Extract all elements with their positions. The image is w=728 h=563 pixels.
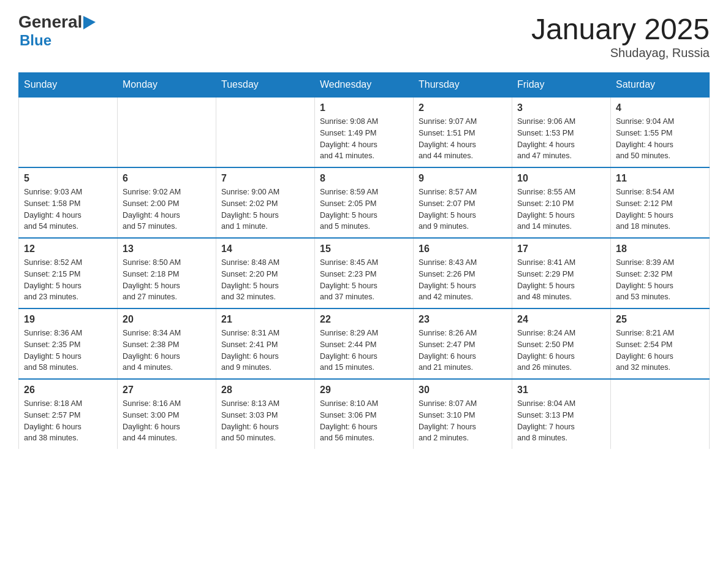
- day-number: 12: [24, 243, 112, 255]
- day-number: 17: [517, 243, 605, 255]
- day-number: 22: [320, 314, 408, 325]
- day-info: Sunrise: 8:50 AM Sunset: 2:18 PM Dayligh…: [123, 257, 211, 303]
- table-row: 28Sunrise: 8:13 AM Sunset: 3:03 PM Dayli…: [216, 379, 315, 449]
- day-number: 27: [123, 385, 211, 396]
- header-friday: Friday: [512, 73, 611, 98]
- header-sunday: Sunday: [19, 73, 118, 98]
- day-info: Sunrise: 9:06 AM Sunset: 1:53 PM Dayligh…: [517, 116, 605, 162]
- day-number: 13: [123, 243, 211, 255]
- table-row: 23Sunrise: 8:26 AM Sunset: 2:47 PM Dayli…: [414, 308, 512, 379]
- day-info: Sunrise: 8:21 AM Sunset: 2:54 PM Dayligh…: [616, 327, 704, 373]
- table-row: 10Sunrise: 8:55 AM Sunset: 2:10 PM Dayli…: [512, 167, 611, 238]
- calendar-week-row: 19Sunrise: 8:36 AM Sunset: 2:35 PM Dayli…: [19, 308, 710, 379]
- day-number: 28: [221, 385, 309, 396]
- table-row: 20Sunrise: 8:34 AM Sunset: 2:38 PM Dayli…: [118, 308, 216, 379]
- day-number: 15: [320, 243, 408, 255]
- table-row: 12Sunrise: 8:52 AM Sunset: 2:15 PM Dayli…: [19, 238, 118, 308]
- day-info: Sunrise: 8:55 AM Sunset: 2:10 PM Dayligh…: [517, 186, 605, 232]
- table-row: 29Sunrise: 8:10 AM Sunset: 3:06 PM Dayli…: [315, 379, 414, 449]
- day-info: Sunrise: 8:16 AM Sunset: 3:00 PM Dayligh…: [123, 398, 211, 444]
- day-info: Sunrise: 8:54 AM Sunset: 2:12 PM Dayligh…: [616, 186, 704, 232]
- day-info: Sunrise: 8:43 AM Sunset: 2:26 PM Dayligh…: [419, 257, 507, 303]
- day-info: Sunrise: 8:59 AM Sunset: 2:05 PM Dayligh…: [320, 186, 408, 232]
- day-number: 21: [221, 314, 309, 325]
- table-row: 22Sunrise: 8:29 AM Sunset: 2:44 PM Dayli…: [315, 308, 414, 379]
- day-number: 14: [221, 243, 309, 255]
- table-row: [611, 379, 710, 449]
- table-row: 16Sunrise: 8:43 AM Sunset: 2:26 PM Dayli…: [414, 238, 512, 308]
- table-row: 8Sunrise: 8:59 AM Sunset: 2:05 PM Daylig…: [315, 167, 414, 238]
- day-info: Sunrise: 9:08 AM Sunset: 1:49 PM Dayligh…: [320, 116, 408, 162]
- day-info: Sunrise: 8:48 AM Sunset: 2:20 PM Dayligh…: [221, 257, 309, 303]
- day-number: 5: [24, 173, 112, 184]
- table-row: 3Sunrise: 9:06 AM Sunset: 1:53 PM Daylig…: [512, 97, 611, 167]
- table-row: 6Sunrise: 9:02 AM Sunset: 2:00 PM Daylig…: [118, 167, 216, 238]
- table-row: [216, 97, 315, 167]
- table-row: 5Sunrise: 9:03 AM Sunset: 1:58 PM Daylig…: [19, 167, 118, 238]
- day-number: 2: [419, 102, 507, 113]
- calendar-week-row: 1Sunrise: 9:08 AM Sunset: 1:49 PM Daylig…: [19, 97, 710, 167]
- table-row: 15Sunrise: 8:45 AM Sunset: 2:23 PM Dayli…: [315, 238, 414, 308]
- table-row: 14Sunrise: 8:48 AM Sunset: 2:20 PM Dayli…: [216, 238, 315, 308]
- logo: General Blue: [18, 12, 96, 49]
- day-number: 24: [517, 314, 605, 325]
- table-row: 11Sunrise: 8:54 AM Sunset: 2:12 PM Dayli…: [611, 167, 710, 238]
- day-number: 3: [517, 102, 605, 113]
- table-row: [19, 97, 118, 167]
- header-wednesday: Wednesday: [315, 73, 414, 98]
- calendar-week-row: 5Sunrise: 9:03 AM Sunset: 1:58 PM Daylig…: [19, 167, 710, 238]
- table-row: 30Sunrise: 8:07 AM Sunset: 3:10 PM Dayli…: [414, 379, 512, 449]
- day-number: 16: [419, 243, 507, 255]
- day-number: 8: [320, 173, 408, 184]
- table-row: 1Sunrise: 9:08 AM Sunset: 1:49 PM Daylig…: [315, 97, 414, 167]
- day-number: 9: [419, 173, 507, 184]
- day-info: Sunrise: 9:03 AM Sunset: 1:58 PM Dayligh…: [24, 186, 112, 232]
- day-info: Sunrise: 9:02 AM Sunset: 2:00 PM Dayligh…: [123, 186, 211, 232]
- day-info: Sunrise: 8:26 AM Sunset: 2:47 PM Dayligh…: [419, 327, 507, 373]
- table-row: 25Sunrise: 8:21 AM Sunset: 2:54 PM Dayli…: [611, 308, 710, 379]
- calendar-week-row: 12Sunrise: 8:52 AM Sunset: 2:15 PM Dayli…: [19, 238, 710, 308]
- day-info: Sunrise: 9:07 AM Sunset: 1:51 PM Dayligh…: [419, 116, 507, 162]
- table-row: 13Sunrise: 8:50 AM Sunset: 2:18 PM Dayli…: [118, 238, 216, 308]
- day-number: 31: [517, 385, 605, 396]
- table-row: 17Sunrise: 8:41 AM Sunset: 2:29 PM Dayli…: [512, 238, 611, 308]
- logo-blue: Blue: [20, 32, 51, 48]
- day-info: Sunrise: 8:36 AM Sunset: 2:35 PM Dayligh…: [24, 327, 112, 373]
- day-number: 7: [221, 173, 309, 184]
- day-number: 4: [616, 102, 704, 113]
- table-row: 21Sunrise: 8:31 AM Sunset: 2:41 PM Dayli…: [216, 308, 315, 379]
- table-row: 31Sunrise: 8:04 AM Sunset: 3:13 PM Dayli…: [512, 379, 611, 449]
- svg-marker-0: [83, 16, 96, 29]
- day-info: Sunrise: 8:04 AM Sunset: 3:13 PM Dayligh…: [517, 398, 605, 444]
- day-info: Sunrise: 8:45 AM Sunset: 2:23 PM Dayligh…: [320, 257, 408, 303]
- day-info: Sunrise: 8:29 AM Sunset: 2:44 PM Dayligh…: [320, 327, 408, 373]
- day-info: Sunrise: 8:18 AM Sunset: 2:57 PM Dayligh…: [24, 398, 112, 444]
- day-number: 19: [24, 314, 112, 325]
- day-info: Sunrise: 9:04 AM Sunset: 1:55 PM Dayligh…: [616, 116, 704, 162]
- day-number: 1: [320, 102, 408, 113]
- day-number: 23: [419, 314, 507, 325]
- month-year-title: January 2025: [531, 12, 710, 46]
- day-info: Sunrise: 8:41 AM Sunset: 2:29 PM Dayligh…: [517, 257, 605, 303]
- table-row: 2Sunrise: 9:07 AM Sunset: 1:51 PM Daylig…: [414, 97, 512, 167]
- header-tuesday: Tuesday: [216, 73, 315, 98]
- table-row: 26Sunrise: 8:18 AM Sunset: 2:57 PM Dayli…: [19, 379, 118, 449]
- day-info: Sunrise: 8:39 AM Sunset: 2:32 PM Dayligh…: [616, 257, 704, 303]
- calendar-week-row: 26Sunrise: 8:18 AM Sunset: 2:57 PM Dayli…: [19, 379, 710, 449]
- day-info: Sunrise: 8:24 AM Sunset: 2:50 PM Dayligh…: [517, 327, 605, 373]
- table-row: 19Sunrise: 8:36 AM Sunset: 2:35 PM Dayli…: [19, 308, 118, 379]
- table-row: 7Sunrise: 9:00 AM Sunset: 2:02 PM Daylig…: [216, 167, 315, 238]
- day-number: 6: [123, 173, 211, 184]
- table-row: 18Sunrise: 8:39 AM Sunset: 2:32 PM Dayli…: [611, 238, 710, 308]
- location-subtitle: Shudayag, Russia: [531, 46, 710, 60]
- header-saturday: Saturday: [611, 73, 710, 98]
- day-info: Sunrise: 9:00 AM Sunset: 2:02 PM Dayligh…: [221, 186, 309, 232]
- day-info: Sunrise: 8:31 AM Sunset: 2:41 PM Dayligh…: [221, 327, 309, 373]
- calendar-table: Sunday Monday Tuesday Wednesday Thursday…: [18, 72, 710, 449]
- table-row: [118, 97, 216, 167]
- day-number: 10: [517, 173, 605, 184]
- day-number: 20: [123, 314, 211, 325]
- header-thursday: Thursday: [414, 73, 512, 98]
- page-header: General Blue January 2025 Shudayag, Russ…: [18, 12, 710, 60]
- day-number: 25: [616, 314, 704, 325]
